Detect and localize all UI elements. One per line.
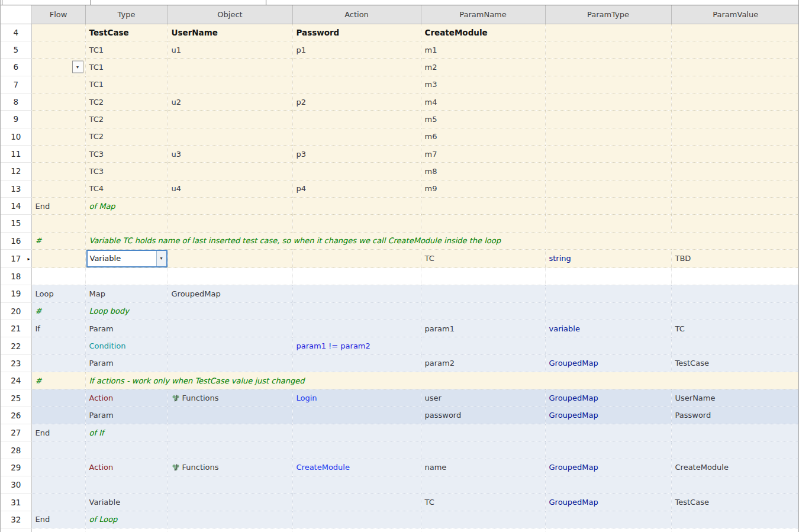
- cell-action[interactable]: [292, 494, 421, 511]
- cell-flow[interactable]: [31, 441, 85, 459]
- cell-type[interactable]: Action: [85, 389, 167, 407]
- cell-object[interactable]: [167, 320, 292, 337]
- cell-paramtype[interactable]: [545, 145, 671, 162]
- cell-paramvalue[interactable]: [671, 93, 799, 110]
- cell-type[interactable]: TC1: [85, 41, 167, 58]
- cell-object[interactable]: u3: [167, 145, 292, 162]
- cell-paramvalue[interactable]: [671, 145, 799, 162]
- cell-paramname[interactable]: password: [421, 407, 545, 424]
- row-header[interactable]: 7: [1, 76, 31, 93]
- flow-dropdown-button[interactable]: ▾: [72, 61, 83, 73]
- cell-paramtype[interactable]: [545, 93, 671, 110]
- cell-action[interactable]: p4: [292, 180, 421, 197]
- cell-action[interactable]: [292, 59, 421, 76]
- cell-paramvalue[interactable]: CreateModule: [671, 459, 799, 476]
- cell-object[interactable]: UserName: [167, 24, 292, 41]
- cell-paramvalue[interactable]: [671, 302, 799, 320]
- cell-paramname[interactable]: m3: [421, 76, 545, 93]
- row-header[interactable]: 30: [1, 476, 31, 494]
- cell-paramtype[interactable]: GroupedMap: [545, 459, 671, 476]
- row-header[interactable]: 28: [1, 441, 31, 459]
- cell-paramname[interactable]: m2: [421, 59, 545, 76]
- cell-paramtype[interactable]: [545, 528, 671, 532]
- cell-action[interactable]: [292, 302, 421, 320]
- cell-paramname[interactable]: m4: [421, 93, 545, 110]
- cell-flow[interactable]: [31, 459, 85, 476]
- cell-paramvalue[interactable]: [671, 128, 799, 145]
- row-header[interactable]: 24: [1, 372, 31, 389]
- cell-object[interactable]: [167, 424, 292, 441]
- cell-action[interactable]: p1: [292, 41, 421, 58]
- row-header[interactable]: 13: [1, 180, 31, 197]
- cell-paramname[interactable]: param1: [421, 320, 545, 337]
- cell-flow[interactable]: [31, 476, 85, 494]
- cell-paramvalue[interactable]: [671, 528, 799, 532]
- row-header[interactable]: 25: [1, 389, 31, 407]
- row-header[interactable]: 27: [1, 424, 31, 441]
- cell-type[interactable]: of If: [85, 424, 167, 441]
- cell-object[interactable]: [167, 337, 292, 354]
- cell-object[interactable]: u4: [167, 180, 292, 197]
- cell-flow[interactable]: [31, 354, 85, 372]
- cell-paramvalue[interactable]: [671, 476, 799, 494]
- cell-type[interactable]: TC4: [85, 180, 167, 197]
- row-header[interactable]: 23: [1, 354, 31, 372]
- column-header-paramname[interactable]: ParamName: [421, 5, 545, 24]
- cell-paramtype[interactable]: [545, 424, 671, 441]
- row-header[interactable]: 33: [1, 528, 31, 532]
- row-header[interactable]: 26: [1, 407, 31, 424]
- cell-object[interactable]: [167, 197, 292, 214]
- cell-object[interactable]: [167, 59, 292, 76]
- combo-dropdown-button[interactable]: ▾: [156, 251, 166, 266]
- cell-paramtype[interactable]: variable: [545, 320, 671, 337]
- cell-paramtype[interactable]: [545, 302, 671, 320]
- cell-type[interactable]: [85, 476, 167, 494]
- cell-object[interactable]: Functions: [167, 389, 292, 407]
- cell-flow[interactable]: [31, 111, 85, 128]
- cell-flow[interactable]: [31, 180, 85, 197]
- cell-comment[interactable]: Variable TC holds name of last inserted …: [85, 232, 799, 249]
- cell-paramname[interactable]: [421, 267, 545, 285]
- row-header[interactable]: 12: [1, 163, 31, 180]
- cell-paramvalue[interactable]: [671, 59, 799, 76]
- type-editor-combobox[interactable]: Variable▾: [86, 250, 167, 267]
- cell-type[interactable]: Variable: [85, 494, 167, 511]
- row-header[interactable]: 32: [1, 511, 31, 528]
- cell-paramvalue[interactable]: [671, 215, 799, 232]
- cell-action[interactable]: [292, 249, 421, 267]
- cell-type[interactable]: Map: [85, 285, 167, 302]
- cell-paramvalue[interactable]: [671, 41, 799, 58]
- cell-flow[interactable]: [31, 41, 85, 58]
- cell-type[interactable]: TC2: [85, 111, 167, 128]
- cell-action[interactable]: [292, 285, 421, 302]
- cell-paramname[interactable]: param2: [421, 354, 545, 372]
- cell-object[interactable]: [167, 76, 292, 93]
- row-header[interactable]: 8: [1, 93, 31, 110]
- cell-paramvalue[interactable]: [671, 24, 799, 41]
- cell-paramtype[interactable]: [545, 24, 671, 41]
- cell-object[interactable]: [167, 267, 292, 285]
- cell-paramtype[interactable]: string: [545, 249, 671, 267]
- cell-paramtype[interactable]: [545, 197, 671, 214]
- cell-flow[interactable]: [31, 249, 85, 267]
- cell-flow[interactable]: [31, 407, 85, 424]
- cell-paramtype[interactable]: [545, 111, 671, 128]
- cell-paramname[interactable]: m6: [421, 128, 545, 145]
- cell-paramtype[interactable]: [545, 285, 671, 302]
- cell-paramtype[interactable]: [545, 59, 671, 76]
- cell-paramname[interactable]: [421, 197, 545, 214]
- cell-action[interactable]: Password: [292, 24, 421, 41]
- cell-paramname[interactable]: [421, 511, 545, 528]
- cell-paramtype[interactable]: [545, 337, 671, 354]
- cell-paramname[interactable]: user: [421, 389, 545, 407]
- cell-object[interactable]: [167, 528, 292, 532]
- cell-type[interactable]: Param: [85, 407, 167, 424]
- cell-object[interactable]: [167, 476, 292, 494]
- cell-type[interactable]: Param: [85, 354, 167, 372]
- row-header[interactable]: 5: [1, 41, 31, 58]
- cell-paramvalue[interactable]: Password: [671, 407, 799, 424]
- cell-paramvalue[interactable]: [671, 285, 799, 302]
- cell-type[interactable]: TC1: [85, 76, 167, 93]
- row-header[interactable]: 18: [1, 267, 31, 285]
- cell-paramname[interactable]: [421, 441, 545, 459]
